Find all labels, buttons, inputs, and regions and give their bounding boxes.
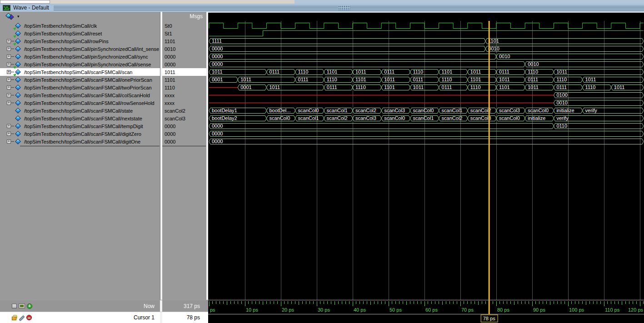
signal-value-cell[interactable]: 0010 — [162, 45, 206, 53]
signal-row[interactable]: +/topSimTestbench/topSimCall/rowPins — [0, 37, 160, 45]
wave-titlebar[interactable]: Wave - Default — [0, 4, 644, 12]
signal-path: /topSimTestbench/topSimCall/rowPins — [24, 39, 109, 44]
wave-bus-segment — [209, 124, 554, 129]
signal-row[interactable]: +/topSimTestbench/topSimCall/scanFSMCall… — [0, 76, 160, 84]
signal-row[interactable]: /topSimTestbench/topSimCall/clk — [0, 22, 160, 30]
bus-value-label: 0010 — [488, 46, 499, 51]
signal-row[interactable]: +/topSimTestbench/topSimCall/pinSynchron… — [0, 60, 160, 68]
signal-value-cell[interactable]: 1101 — [162, 37, 206, 45]
signal-value-cell[interactable]: scanCol2 — [162, 107, 206, 114]
signal-row[interactable]: +/topSimTestbench/topSimCall/pinSynchron… — [0, 45, 160, 53]
bus-value-label: 0000 — [212, 131, 223, 136]
bus-value-label: 1101 — [384, 84, 395, 90]
expand-button[interactable]: + — [7, 93, 11, 97]
signal-value-cell[interactable]: St1 — [162, 30, 206, 37]
expand-button[interactable]: + — [7, 124, 11, 128]
tree-connector — [11, 56, 14, 57]
bus-value-label: 1011 — [240, 77, 251, 82]
wave-canvas[interactable]: 1111110100000010000000100000001010110111… — [208, 13, 644, 300]
bus-value-label: 0111 — [298, 77, 309, 82]
signal-value-cell[interactable]: 0000 — [162, 53, 206, 60]
signal-value-cell[interactable]: 0000 — [162, 130, 206, 138]
expand-button[interactable]: + — [7, 85, 11, 89]
expand-button[interactable]: + — [7, 55, 11, 59]
monitor-icon[interactable] — [19, 304, 25, 308]
bus-value-label: 0010 — [528, 61, 539, 67]
add-icon[interactable]: + — [27, 303, 32, 309]
tree-connector — [11, 103, 14, 103]
signals-menu-icon[interactable] — [5, 13, 15, 20]
bus-value-label: 1110 — [298, 69, 309, 75]
signal-row[interactable]: +/topSimTestbench/topSimCall/scanFSMCall… — [0, 68, 160, 76]
signal-row[interactable]: +/topSimTestbench/topSimCall/pinSynchron… — [0, 53, 160, 60]
bus-value-label: 1101 — [355, 77, 366, 82]
signal-value-cell[interactable]: scanCol3 — [162, 114, 206, 122]
cursor-row[interactable]: Cursor 1 78 ps — [0, 312, 208, 323]
bus-value-label: 0000 — [212, 123, 223, 129]
signal-row[interactable]: +/topSimTestbench/topSimCall/scanFSMCall… — [0, 130, 160, 138]
signal-row[interactable]: +/topSimTestbench/topSimCall/scanFSMCall… — [0, 91, 160, 99]
signal-value-cell[interactable]: 0000 — [162, 60, 206, 68]
expand-button[interactable]: + — [7, 39, 11, 43]
signal-row[interactable]: +/topSimTestbench/topSimCall/scanFSMCall… — [0, 84, 160, 91]
signal-row[interactable]: /topSimTestbench/topSimCall/scanFSMCall/… — [0, 114, 160, 122]
wave-bus-segment — [525, 62, 644, 67]
tree-connector — [11, 80, 14, 80]
tree-connector — [11, 49, 14, 49]
signal-value-cell[interactable]: xxxx — [162, 91, 206, 99]
signal-value-cell[interactable]: St0 — [162, 22, 206, 30]
bus-value-label: bootDelay2 — [212, 115, 237, 121]
bus-value-label: scanCol1 — [413, 115, 434, 121]
bus-value-label: 0111 — [499, 69, 509, 75]
bus-value-label: scanCol0 — [528, 108, 549, 113]
bus-value-label: 0100 — [556, 92, 567, 98]
remove-cursor-icon[interactable] — [26, 315, 32, 320]
bus-value-label: scanCol0 — [384, 115, 405, 121]
timeline-ruler[interactable]: ps10 ps20 ps30 ps40 ps50 ps60 ps70 ps80 … — [208, 300, 644, 323]
signal-value-cell[interactable]: 0000 — [162, 138, 206, 145]
lock-icon[interactable] — [12, 317, 16, 320]
bus-value-label: 1101 — [488, 38, 499, 44]
signal-row[interactable]: +/topSimTestbench/topSimCall/scanFSMCall… — [0, 99, 160, 107]
wave-window-small-icon[interactable] — [12, 304, 17, 308]
bus-value-label: 1110 — [442, 77, 452, 82]
expand-button[interactable]: + — [7, 47, 11, 51]
signal-row[interactable]: +/topSimTestbench/topSimCall/scanFSMCall… — [0, 122, 160, 130]
bus-value-label: scanCol3 — [384, 108, 405, 113]
signal-value-cell[interactable]: xxxx — [162, 99, 206, 107]
signal-row[interactable]: /topSimTestbench/topSimCall/reset — [0, 30, 160, 37]
bus-value-label: 1101 — [327, 69, 338, 75]
signal-path: /topSimTestbench/topSimCall/pinSynchroni… — [24, 62, 151, 67]
signal-path: /topSimTestbench/topSimCall/scanFSMCall/… — [24, 116, 142, 121]
signal-value-cell[interactable]: 1110 — [162, 84, 206, 91]
bus-value-label: 0111 — [269, 69, 280, 75]
dropdown-arrow-icon[interactable]: ▾ — [17, 14, 20, 19]
expand-button[interactable]: + — [7, 139, 11, 144]
bus-value-label: 1110 — [528, 69, 538, 75]
wave-bus-segment — [496, 54, 644, 60]
expand-button[interactable]: + — [7, 62, 11, 66]
signal-row[interactable]: +/topSimTestbench/topSimCall/scanFSMCall… — [0, 138, 160, 145]
bus-value-label: 0000 — [212, 61, 223, 67]
expand-button[interactable]: + — [7, 78, 11, 82]
expand-button[interactable]: + — [7, 70, 11, 74]
signal-value-cell[interactable]: 0000 — [162, 122, 206, 130]
tree-connector — [11, 64, 14, 65]
signal-value-cell[interactable]: 1101 — [162, 76, 206, 84]
signal-value-cell[interactable]: 1011 — [162, 68, 206, 76]
waveform-panel: 1111110100000010000000100000001010110111… — [208, 12, 644, 300]
signal-row[interactable]: /topSimTestbench/topSimCall/scanFSMCall/… — [0, 107, 160, 114]
value-list-end-line — [162, 146, 206, 146]
tree-connector — [11, 41, 14, 41]
ruler-label: 30 ps — [318, 307, 330, 313]
bus-value-label: 1110 — [585, 84, 596, 90]
titlebar-grip-handle[interactable] — [338, 5, 350, 10]
expand-button[interactable]: + — [7, 132, 11, 136]
now-row: + Now 317 ps — [0, 300, 208, 312]
signal-diamond-icon — [15, 131, 21, 137]
wrench-icon[interactable] — [19, 315, 24, 320]
signal-diamond-icon — [15, 61, 21, 68]
expand-button[interactable]: + — [7, 101, 11, 105]
bus-value-label: scanCol0 — [499, 115, 520, 121]
titlebar-hatch — [0, 5, 644, 10]
